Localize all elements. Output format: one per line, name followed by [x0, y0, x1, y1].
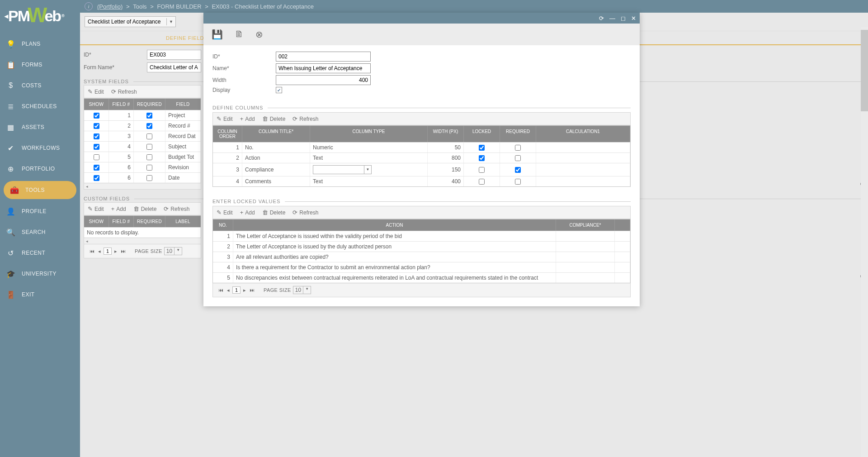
required-checkbox[interactable]	[146, 123, 152, 129]
show-checkbox[interactable]	[94, 123, 99, 129]
cust-refresh-button[interactable]: ⟳Refresh	[164, 205, 189, 212]
page-next-icon[interactable]: ▸	[242, 287, 247, 293]
bg-id-input[interactable]	[147, 50, 201, 60]
chevron-down-icon[interactable]: ▼	[166, 18, 175, 25]
locked-refresh-button[interactable]: ⟳Refresh	[292, 209, 318, 216]
sidebar-item-search[interactable]: 🔍SEARCH	[0, 222, 80, 243]
page-last-icon[interactable]: ⏭	[120, 248, 127, 254]
show-checkbox[interactable]	[94, 113, 99, 119]
cols-add-button[interactable]: +Add	[240, 115, 255, 122]
table-row[interactable]: 1The Letter of Acceptance is issued with…	[213, 231, 630, 241]
save-icon[interactable]: 💾	[212, 29, 223, 40]
required-checkbox[interactable]	[146, 133, 152, 139]
sidebar-item-schedules[interactable]: ≣SCHEDULES	[0, 96, 80, 117]
save-close-icon[interactable]: 🗎	[235, 29, 244, 40]
table-row[interactable]: 1No.Numeric50	[213, 142, 630, 152]
sidebar-item-tools[interactable]: 🧰TOOLS	[4, 181, 76, 199]
m-name-input[interactable]	[276, 63, 371, 73]
required-checkbox[interactable]	[515, 155, 521, 161]
form-select-input[interactable]	[85, 17, 166, 27]
cust-delete-button[interactable]: 🗑Delete	[133, 205, 157, 212]
table-row[interactable]: 5No discrepancies exist between contract…	[213, 272, 630, 283]
sidebar-item-costs[interactable]: $COSTS	[0, 75, 80, 96]
locked-add-button[interactable]: +Add	[240, 209, 255, 216]
required-checkbox[interactable]	[146, 113, 152, 119]
cols-delete-button[interactable]: 🗑Delete	[262, 115, 286, 122]
required-checkbox[interactable]	[515, 167, 521, 173]
system-hscroll[interactable]: ◂	[84, 183, 201, 190]
sidebar-item-plans[interactable]: 💡PLANS	[0, 33, 80, 54]
page-first-icon[interactable]: ⏮	[89, 248, 95, 254]
page-prev-icon[interactable]: ◂	[97, 248, 102, 254]
table-row[interactable]: 1Project	[84, 110, 201, 120]
page-last-icon[interactable]: ⏭	[249, 287, 255, 293]
show-checkbox[interactable]	[94, 133, 99, 139]
crumb-formbuilder[interactable]: FORM BUILDER	[157, 3, 201, 10]
page-size-select[interactable]: 10▼	[164, 247, 182, 255]
sidebar-item-portfolio[interactable]: ⊕PORTFOLIO	[0, 158, 80, 179]
sidebar-item-university[interactable]: 🎓UNIVERSITY	[0, 263, 80, 284]
maximize-icon[interactable]: ◻	[621, 15, 626, 22]
table-row[interactable]: 2The Letter of Acceptance is issued by t…	[213, 241, 630, 252]
locked-delete-button[interactable]: 🗑Delete	[262, 209, 286, 216]
type-combo[interactable]: ▼	[313, 165, 372, 174]
minimize-icon[interactable]: —	[609, 15, 615, 22]
info-icon[interactable]: i	[85, 2, 93, 10]
show-checkbox[interactable]	[94, 144, 99, 150]
sidebar-item-recent[interactable]: ↺RECENT	[0, 243, 80, 263]
required-checkbox[interactable]	[515, 145, 521, 151]
table-row[interactable]: 3Record Dat	[84, 131, 201, 141]
table-row[interactable]: 3Compliance▼150	[213, 163, 630, 176]
cols-edit-button[interactable]: ✎Edit	[217, 115, 233, 122]
required-checkbox[interactable]	[146, 154, 152, 160]
crumb-tools[interactable]: Tools	[133, 3, 146, 10]
custom-hscroll[interactable]: ◂	[84, 238, 201, 244]
sidebar-item-assets[interactable]: ▦ASSETS	[0, 117, 80, 138]
show-checkbox[interactable]	[94, 165, 99, 171]
required-checkbox[interactable]	[146, 144, 152, 150]
bg-name-input[interactable]	[147, 62, 201, 72]
page-first-icon[interactable]: ⏮	[217, 287, 224, 293]
table-row[interactable]: 5Budget Tot	[84, 152, 201, 162]
locked-checkbox[interactable]	[479, 155, 485, 161]
table-row[interactable]: 6Date	[84, 172, 201, 183]
cust-edit-button[interactable]: ✎Edit	[88, 205, 104, 212]
show-checkbox[interactable]	[94, 175, 99, 181]
table-row[interactable]: 2ActionText800	[213, 152, 630, 163]
table-row[interactable]: 4Is there a requirement for the Contract…	[213, 262, 630, 272]
table-row[interactable]: 2Record #	[84, 120, 201, 131]
m-display-checkbox[interactable]: ✔	[276, 87, 282, 93]
locked-checkbox[interactable]	[479, 145, 485, 151]
sys-refresh-button[interactable]: ⟳Refresh	[111, 88, 137, 95]
required-checkbox[interactable]	[146, 165, 152, 171]
page-input[interactable]	[232, 286, 241, 294]
sidebar-item-workflows[interactable]: ✔WORKFLOWS	[0, 138, 80, 158]
locked-checkbox[interactable]	[479, 179, 485, 185]
sidebar-item-forms[interactable]: 📋FORMS	[0, 54, 80, 75]
page-scrollbar[interactable]	[861, 27, 868, 457]
page-input[interactable]	[104, 248, 112, 255]
required-checkbox[interactable]	[146, 175, 152, 181]
table-row[interactable]: 3Are all relevant authorities are copied…	[213, 252, 630, 262]
m-width-input[interactable]	[276, 75, 371, 85]
cust-add-button[interactable]: +Add	[111, 205, 126, 212]
table-row[interactable]: 6Revision	[84, 162, 201, 172]
form-select[interactable]: ▼	[85, 16, 176, 27]
close-icon[interactable]: ✕	[631, 15, 636, 22]
table-row[interactable]: 4Subject	[84, 141, 201, 152]
show-checkbox[interactable]	[94, 154, 99, 160]
locked-checkbox[interactable]	[479, 167, 485, 173]
cols-refresh-button[interactable]: ⟳Refresh	[292, 115, 318, 122]
crumb-portfolio[interactable]: (Portfolio)	[97, 3, 123, 10]
page-next-icon[interactable]: ▸	[113, 248, 118, 254]
sys-edit-button[interactable]: ✎Edit	[88, 88, 104, 95]
page-size-select[interactable]: 10▼	[293, 286, 311, 294]
sidebar-item-exit[interactable]: 🚪EXIT	[0, 284, 80, 305]
locked-edit-button[interactable]: ✎Edit	[217, 209, 233, 216]
table-row[interactable]: 4CommentsText400	[213, 176, 630, 186]
sidebar-item-profile[interactable]: 👤PROFILE	[0, 201, 80, 222]
required-checkbox[interactable]	[515, 179, 521, 185]
page-prev-icon[interactable]: ◂	[226, 287, 231, 293]
cancel-icon[interactable]: ⊗	[255, 29, 263, 40]
refresh-icon[interactable]: ⟳	[599, 15, 604, 22]
